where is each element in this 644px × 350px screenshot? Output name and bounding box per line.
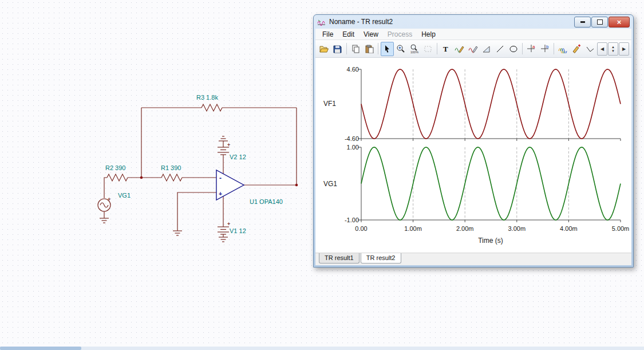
horizontal-scrollbar[interactable] — [0, 347, 644, 350]
select-region-icon — [424, 45, 432, 53]
vg1-ytick-top: 1.00 — [347, 144, 359, 151]
opamp-minus-sign: - — [219, 175, 222, 181]
menu-process[interactable]: Process — [383, 29, 417, 40]
curves-icon — [558, 45, 568, 53]
menu-view[interactable]: View — [359, 29, 383, 40]
open-file-icon — [319, 45, 329, 53]
vf1-ytick-bottom: -4.60 — [345, 135, 359, 142]
svg-text:a: a — [532, 44, 535, 49]
copy-icon — [351, 45, 360, 53]
tab-tr-result2[interactable]: TR result2 — [361, 253, 401, 264]
axis-b-icon: b — [540, 44, 550, 53]
close-button[interactable]: × — [609, 17, 630, 27]
vf1-ytick-top: 4.60 — [347, 66, 359, 73]
xtick-0: 0.00 — [355, 225, 367, 232]
slope-tool-button[interactable] — [480, 42, 493, 56]
select-region-button[interactable] — [421, 42, 434, 56]
page-navigation: ◀ ▲ ▼ ▶ — [597, 42, 629, 56]
opamp-u1[interactable]: - + U1 OPA140 — [216, 170, 283, 205]
scrollbar-thumb[interactable] — [0, 347, 81, 350]
ellipse-tool-button[interactable] — [507, 42, 520, 56]
schematic-canvas[interactable]: R3 1.8k R2 390 R1 390 + VG1 - — [0, 0, 321, 286]
tina-app: R3 1.8k R2 390 R1 390 + VG1 - — [0, 0, 644, 350]
open-file-button[interactable] — [318, 42, 331, 56]
menu-file[interactable]: File — [318, 29, 338, 40]
v2-plus-sign: + — [227, 142, 230, 148]
toolbar-separator — [378, 43, 378, 54]
probe-edit-button[interactable] — [453, 42, 466, 56]
wires[interactable] — [104, 108, 297, 237]
vg1-ytick-bottom: -1.00 — [345, 217, 359, 223]
ground-noninverting[interactable] — [173, 231, 182, 235]
window-controls: × — [574, 17, 630, 27]
corner-line-button[interactable] — [583, 42, 596, 56]
app-icon — [317, 18, 326, 26]
svg-text:b: b — [546, 44, 549, 49]
vf1-trace — [361, 69, 621, 139]
r2-label: R2 390 — [105, 164, 125, 171]
restore-icon — [597, 19, 603, 25]
ground-v1[interactable] — [219, 237, 228, 242]
toolbar-separator — [522, 43, 523, 54]
source-vg1[interactable]: + VG1 — [98, 192, 131, 211]
spinner-up-icon[interactable]: ▲ — [611, 45, 615, 49]
restore-button[interactable] — [591, 17, 608, 27]
ground-v2[interactable] — [219, 136, 228, 143]
v1-label: V1 12 — [230, 227, 246, 234]
xtick-5: 5.00m — [612, 225, 630, 232]
r3-label: R3 1.8k — [196, 94, 218, 101]
zoom-100-button[interactable]: 100% — [408, 42, 421, 56]
battery-v2[interactable]: + V2 12 — [218, 142, 246, 160]
pencil-add-button[interactable] — [570, 42, 583, 56]
axis-a-icon: a — [527, 44, 536, 53]
junction-dot-output — [295, 184, 298, 187]
save-icon — [333, 45, 342, 53]
line-tool-button[interactable] — [493, 42, 507, 56]
title-bar[interactable]: Noname - TR result2 × — [314, 15, 633, 29]
resistor-r2[interactable]: R2 390 — [105, 164, 128, 181]
menu-bar: File Edit View Process Help — [315, 29, 631, 40]
curves-button[interactable] — [556, 42, 570, 56]
tab-tr-result1[interactable]: TR result1 — [319, 253, 359, 264]
minimize-icon — [580, 21, 585, 23]
line-tool-icon — [496, 45, 504, 53]
page-next-button[interactable]: ▶ — [619, 42, 629, 56]
window-title: Noname - TR result2 — [329, 18, 393, 26]
spinner-down-icon[interactable]: ▼ — [611, 49, 615, 53]
resistor-r1[interactable]: R1 390 — [161, 164, 182, 181]
ground-vg1[interactable] — [100, 218, 109, 223]
save-button[interactable] — [331, 42, 345, 56]
vg1-label: VG1 — [118, 192, 131, 199]
r1-label: R1 390 — [161, 164, 181, 171]
toolbar-separator — [346, 43, 347, 54]
zoom-in-button[interactable] — [394, 42, 408, 56]
axis-a-button[interactable]: a — [525, 42, 538, 56]
page-spinner[interactable]: ▲ ▼ — [608, 42, 618, 56]
battery-v1[interactable]: + V1 12 — [218, 221, 246, 234]
copy-button[interactable] — [349, 42, 362, 56]
cursor-icon — [383, 45, 392, 53]
probe-edit-icon — [455, 45, 464, 53]
menu-edit[interactable]: Edit — [338, 29, 359, 40]
page-prev-button[interactable]: ◀ — [597, 42, 607, 56]
axes-vf1 — [358, 69, 621, 141]
resistor-r3[interactable]: R3 1.8k — [196, 94, 222, 111]
text-tool-icon: T — [441, 44, 450, 53]
vf1-label: VF1 — [323, 100, 336, 108]
vg1-plus-sign: + — [108, 196, 110, 202]
text-tool-button[interactable]: T — [440, 42, 453, 56]
result-tabs: TR result1 TR result2 — [315, 253, 631, 265]
svg-text:100%: 100% — [410, 50, 418, 54]
cursor-select-button[interactable] — [381, 42, 394, 56]
paste-button[interactable] — [363, 42, 376, 56]
slope-tool-icon — [482, 45, 491, 53]
svg-text:T: T — [443, 45, 448, 53]
vg1-label: VG1 — [323, 180, 337, 188]
axis-b-button[interactable]: b — [539, 42, 552, 56]
probe-edit-alt-button[interactable] — [467, 42, 480, 56]
xtick-2: 2.00m — [456, 225, 474, 232]
menu-help[interactable]: Help — [417, 29, 440, 40]
opamp-plus-sign: + — [219, 190, 222, 196]
minimize-button[interactable] — [574, 17, 591, 27]
paste-icon — [365, 45, 374, 53]
